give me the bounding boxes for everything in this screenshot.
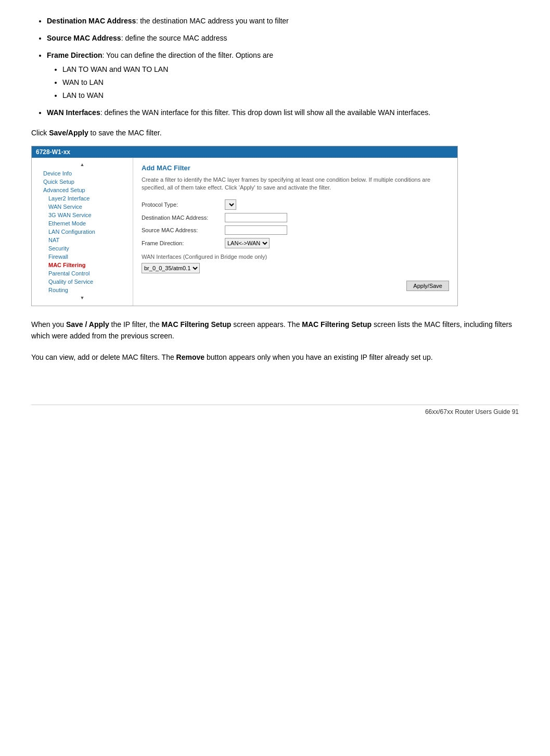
sidebar-item-nat[interactable]: NAT bbox=[32, 236, 133, 244]
content-area: Destination MAC Address: the destination… bbox=[31, 16, 519, 363]
source-mac-addr-label: Source MAC Address: bbox=[142, 227, 225, 233]
sidebar-item-ethernet-mode[interactable]: Ethernet Mode bbox=[32, 219, 133, 228]
frame-direction-row: Frame Direction: LAN<->WAN LAN->WAN WAN-… bbox=[142, 238, 449, 248]
list-item-source-mac: Source MAC Address: define the source MA… bbox=[47, 33, 519, 44]
source-mac-input[interactable] bbox=[225, 225, 287, 235]
sub-item-1: LAN TO WAN and WAN TO LAN bbox=[62, 64, 519, 75]
post2-suffix: button appears only when you have an exi… bbox=[204, 353, 433, 361]
dest-mac-term: Destination MAC Address bbox=[47, 17, 136, 25]
post2-prefix: You can view, add or delete MAC filters.… bbox=[31, 353, 176, 361]
protocol-type-row: Protocol Type: bbox=[142, 199, 449, 210]
frame-direction-term: Frame Direction bbox=[47, 51, 103, 59]
frame-direction-select[interactable]: LAN<->WAN LAN->WAN WAN->LAN bbox=[225, 238, 270, 248]
sidebar-item-mac-filtering[interactable]: MAC Filtering bbox=[32, 261, 133, 269]
sidebar-item-device-info[interactable]: Device Info bbox=[32, 169, 133, 178]
wan-interface-select[interactable]: br_0_0_35/atm0.1 bbox=[142, 263, 200, 273]
sidebar-item-parental-control[interactable]: Parental Control bbox=[32, 269, 133, 278]
post1-mid2: screen appears. The bbox=[231, 320, 302, 329]
post1-bold1: Save / Apply bbox=[66, 320, 109, 329]
post2-bold1: Remove bbox=[176, 353, 204, 361]
router-ui-box: 6728-W1-xx ▲ Device Info Quick Setup Adv… bbox=[31, 146, 458, 306]
list-item-dest-mac: Destination MAC Address: the destination… bbox=[47, 16, 519, 27]
frame-direction-text: : You can define the direction of the fi… bbox=[103, 51, 273, 59]
router-description: Create a filter to identify the MAC laye… bbox=[142, 176, 449, 192]
sidebar-item-quality-of-service[interactable]: Quality of Service bbox=[32, 278, 133, 286]
dest-mac-row: Destination MAC Address: bbox=[142, 213, 449, 222]
sidebar-item-quick-setup[interactable]: Quick Setup bbox=[32, 178, 133, 186]
router-page-title: Add MAC Filter bbox=[142, 164, 449, 172]
click-instruction: Click Save/Apply to save the MAC filter. bbox=[31, 128, 519, 138]
frame-direction-form-label: Frame Direction: bbox=[142, 240, 225, 246]
sidebar-item-wan-service[interactable]: WAN Service bbox=[32, 203, 133, 211]
sub-item-3: LAN to WAN bbox=[62, 90, 519, 101]
dest-mac-addr-label: Destination MAC Address: bbox=[142, 215, 225, 221]
sidebar-item-lan-config[interactable]: LAN Configuration bbox=[32, 228, 133, 236]
wan-interfaces-text: : defines the WAN interface for this fil… bbox=[100, 108, 430, 117]
sidebar-item-firewall[interactable]: Firewall bbox=[32, 253, 133, 261]
list-item-frame-direction: Frame Direction: You can define the dire… bbox=[47, 50, 519, 101]
sub-item-2: WAN to LAN bbox=[62, 77, 519, 88]
scroll-down-indicator[interactable]: ▼ bbox=[32, 294, 133, 303]
sub-list-frame-direction: LAN TO WAN and WAN TO LAN WAN to LAN LAN… bbox=[62, 64, 519, 101]
bullet-list: Destination MAC Address: the destination… bbox=[47, 16, 519, 118]
sidebar-item-layer2[interactable]: Layer2 Interface bbox=[32, 194, 133, 203]
sidebar-item-routing[interactable]: Routing bbox=[32, 286, 133, 294]
list-item-wan-interfaces: WAN Interfaces: defines the WAN interfac… bbox=[47, 107, 519, 118]
dest-mac-input[interactable] bbox=[225, 213, 287, 222]
footer-text: 66xx/67xx Router Users Guide 91 bbox=[425, 408, 519, 415]
source-mac-text: : define the source MAC address bbox=[121, 34, 227, 42]
click-prefix: Click bbox=[31, 129, 49, 137]
scroll-up-indicator[interactable]: ▲ bbox=[32, 161, 133, 169]
wan-interfaces-section: WAN Interfaces (Configured in Bridge mod… bbox=[142, 254, 449, 273]
post1-mid1: the IP filter, the bbox=[109, 320, 162, 329]
sidebar-item-3g-wan[interactable]: 3G WAN Service bbox=[32, 211, 133, 219]
post1-bold2: MAC Filtering Setup bbox=[162, 320, 232, 329]
dest-mac-text: : the destination MAC address you want t… bbox=[136, 17, 288, 25]
apply-save-button[interactable]: Apply/Save bbox=[406, 281, 449, 291]
post-paragraph-2: You can view, add or delete MAC filters.… bbox=[31, 351, 519, 363]
source-mac-term: Source MAC Address bbox=[47, 34, 121, 42]
router-sidebar: ▲ Device Info Quick Setup Advanced Setup… bbox=[32, 158, 133, 306]
sidebar-item-advanced-setup[interactable]: Advanced Setup bbox=[32, 186, 133, 194]
sidebar-item-security[interactable]: Security bbox=[32, 244, 133, 253]
page-footer: 66xx/67xx Router Users Guide 91 bbox=[31, 405, 519, 415]
router-main-content: Add MAC Filter Create a filter to identi… bbox=[133, 158, 457, 306]
protocol-type-label: Protocol Type: bbox=[142, 201, 225, 208]
click-bold: Save/Apply bbox=[49, 129, 88, 137]
router-titlebar: 6728-W1-xx bbox=[32, 146, 457, 158]
post-paragraph-1: When you Save / Apply the IP filter, the… bbox=[31, 319, 519, 342]
post1-prefix: When you bbox=[31, 320, 66, 329]
source-mac-row: Source MAC Address: bbox=[142, 225, 449, 235]
wan-interfaces-term: WAN Interfaces bbox=[47, 108, 100, 117]
apply-row: Apply/Save bbox=[142, 281, 449, 291]
post1-bold3: MAC Filtering Setup bbox=[302, 320, 372, 329]
router-body: ▲ Device Info Quick Setup Advanced Setup… bbox=[32, 158, 457, 306]
protocol-type-select[interactable] bbox=[225, 199, 236, 210]
wan-interfaces-section-label: WAN Interfaces (Configured in Bridge mod… bbox=[142, 254, 449, 260]
click-suffix: to save the MAC filter. bbox=[88, 129, 162, 137]
